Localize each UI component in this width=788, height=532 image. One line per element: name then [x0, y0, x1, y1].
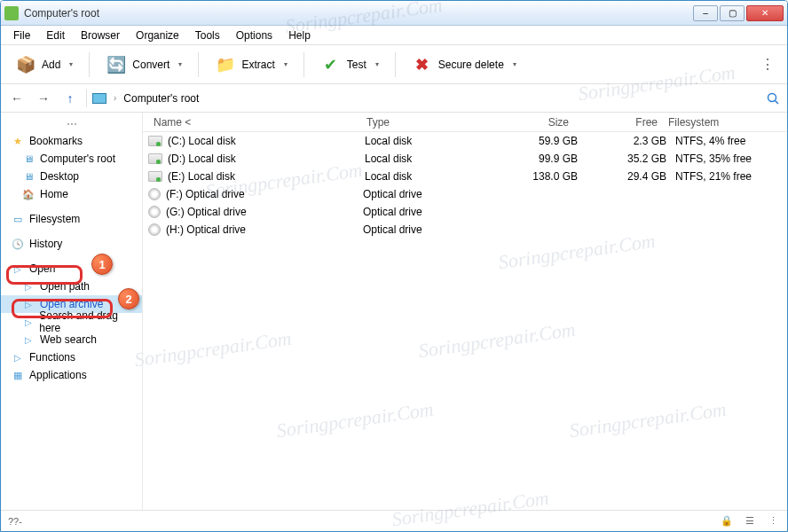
box-icon: 📦: [15, 54, 36, 75]
maximize-button[interactable]: ▢: [720, 5, 745, 21]
computer-icon: [92, 93, 106, 104]
chevron-down-icon: ▾: [509, 60, 516, 68]
file-name: (E:) Local disk: [168, 170, 365, 183]
file-type: Local disk: [365, 135, 489, 147]
convert-icon: 🔄: [106, 54, 127, 75]
status-right: 🔒 ☰ ⋮: [720, 515, 780, 528]
separator: [86, 90, 87, 107]
file-type: Optical drive: [363, 206, 487, 218]
file-free: 2.3 GB: [578, 135, 666, 147]
file-list: (C:) Local diskLocal disk59.9 GB2.3 GBNT…: [143, 132, 787, 239]
sidebar: ⋯ ★Bookmarks 🖥Computer's root 🖥Desktop 🏠…: [1, 113, 143, 510]
file-free: 35.2 GB: [578, 153, 666, 165]
annotation-badge-1: 1: [91, 254, 113, 275]
col-name[interactable]: Name <: [148, 116, 361, 129]
forward-button[interactable]: →: [33, 88, 54, 109]
sidebar-computers-root[interactable]: 🖥Computer's root: [1, 150, 142, 168]
separator: [303, 52, 304, 77]
triangle-right-icon: ▷: [22, 333, 35, 346]
separator: [89, 52, 90, 77]
apps-icon: ▦: [12, 369, 24, 381]
sidebar-search-drag[interactable]: ▷Search and drag here: [1, 313, 142, 331]
file-filesystem: NTFS, 35% free: [666, 153, 782, 165]
menu-tools[interactable]: Tools: [188, 27, 227, 43]
menu-help[interactable]: Help: [281, 27, 318, 43]
chevron-down-icon: ▾: [66, 60, 73, 68]
file-row[interactable]: (F:) Optical driveOptical drive: [143, 185, 787, 203]
main-content: ⋯ ★Bookmarks 🖥Computer's root 🖥Desktop 🏠…: [1, 113, 787, 510]
sidebar-history[interactable]: 🕓History: [1, 235, 142, 253]
sidebar-dots: ⋯: [1, 116, 142, 132]
separator: [198, 52, 199, 77]
navbar: ← → ↑ › Computer's root: [1, 84, 787, 113]
search-button[interactable]: [764, 90, 782, 107]
triangle-right-icon: ▷: [22, 280, 35, 293]
file-name: (F:) Optical drive: [166, 188, 363, 200]
file-size: 59.9 GB: [489, 135, 578, 147]
window-controls: – ▢ ✕: [693, 5, 784, 21]
lock-icon[interactable]: 🔒: [720, 515, 734, 528]
col-type[interactable]: Type: [361, 116, 485, 129]
home-icon: 🏠: [22, 188, 35, 200]
file-row[interactable]: (E:) Local diskLocal disk138.0 GB29.4 GB…: [143, 168, 787, 185]
menu-file[interactable]: File: [6, 27, 37, 43]
secure-delete-label: Secure delete: [438, 59, 504, 71]
test-label: Test: [347, 59, 366, 71]
svg-line-1: [776, 100, 779, 104]
test-button[interactable]: ✔ Test ▾: [311, 51, 388, 79]
optical-icon: [148, 206, 161, 218]
menu-organize[interactable]: Organize: [129, 27, 186, 43]
sidebar-filesystem[interactable]: ▭Filesystem: [1, 210, 142, 228]
sidebar-open[interactable]: ▷Open: [1, 260, 142, 278]
close-button[interactable]: ✕: [746, 5, 784, 21]
list-view-icon[interactable]: ☰: [743, 515, 757, 528]
breadcrumb[interactable]: › Computer's root: [92, 92, 199, 105]
file-size: 138.0 GB: [489, 170, 578, 183]
extract-button[interactable]: 📁 Extract ▾: [206, 51, 296, 79]
x-icon: ✖: [412, 54, 433, 75]
file-type: Local disk: [365, 170, 489, 183]
chevron-down-icon: ▾: [280, 60, 288, 68]
file-row[interactable]: (D:) Local diskLocal disk99.9 GB35.2 GBN…: [143, 150, 787, 168]
file-row[interactable]: (H:) Optical driveOptical drive: [143, 221, 787, 239]
chevron-right-icon: ›: [114, 93, 116, 103]
window-title: Computer's root: [24, 7, 693, 20]
sidebar-functions[interactable]: ▷Functions: [1, 348, 142, 366]
sidebar-home[interactable]: 🏠Home: [1, 185, 142, 203]
convert-button[interactable]: 🔄 Convert ▾: [97, 51, 191, 79]
disk-icon: [148, 136, 162, 146]
col-free[interactable]: Free: [574, 116, 663, 129]
annotation-badge-2: 2: [118, 288, 139, 309]
disk-icon: [148, 153, 162, 164]
file-row[interactable]: (C:) Local diskLocal disk59.9 GB2.3 GBNT…: [143, 132, 787, 150]
minimize-button[interactable]: –: [693, 5, 718, 21]
menu-browser[interactable]: Browser: [74, 27, 127, 43]
svg-point-0: [768, 93, 776, 101]
star-icon: ★: [12, 135, 24, 147]
file-type: Optical drive: [363, 223, 487, 236]
convert-label: Convert: [132, 59, 169, 71]
col-filesystem[interactable]: Filesystem: [663, 116, 778, 129]
statusbar: ??- 🔒 ☰ ⋮: [1, 510, 787, 531]
menu-options[interactable]: Options: [229, 27, 280, 43]
kebab-icon[interactable]: ⋮: [766, 515, 780, 528]
add-button[interactable]: 📦 Add ▾: [6, 51, 82, 79]
breadcrumb-root: Computer's root: [123, 92, 199, 105]
menu-edit[interactable]: Edit: [39, 27, 72, 43]
sidebar-desktop[interactable]: 🖥Desktop: [1, 168, 142, 185]
sidebar-applications[interactable]: ▦Applications: [1, 366, 142, 384]
extract-label: Extract: [241, 59, 274, 71]
disk-icon: [148, 171, 162, 182]
triangle-right-icon: ▷: [22, 298, 35, 310]
sidebar-bookmarks[interactable]: ★Bookmarks: [1, 132, 142, 150]
toolbar: 📦 Add ▾ 🔄 Convert ▾ 📁 Extract ▾ ✔ Test ▾…: [1, 45, 787, 84]
up-button[interactable]: ↑: [59, 88, 81, 109]
triangle-right-icon: ▷: [12, 351, 24, 364]
back-button[interactable]: ←: [6, 88, 28, 109]
file-row[interactable]: (G:) Optical driveOptical drive: [143, 203, 787, 221]
secure-delete-button[interactable]: ✖ Secure delete ▾: [403, 51, 525, 79]
triangle-right-icon: ▷: [12, 262, 24, 275]
file-name: (G:) Optical drive: [166, 206, 363, 218]
col-size[interactable]: Size: [485, 116, 574, 129]
more-button[interactable]: ⋮: [753, 52, 782, 76]
